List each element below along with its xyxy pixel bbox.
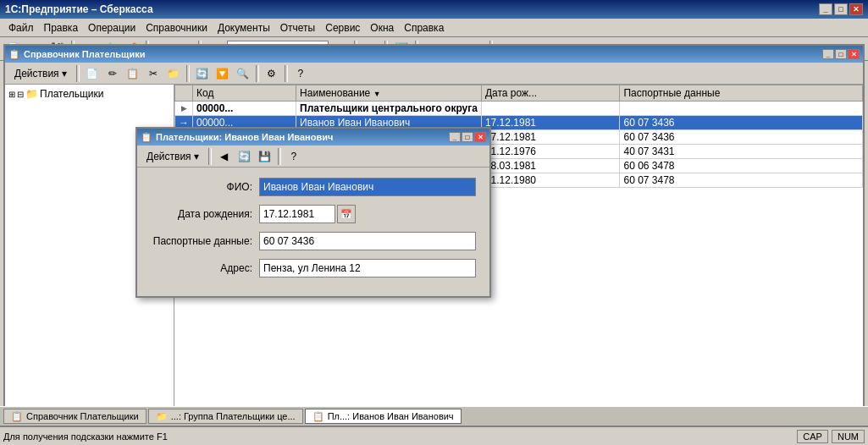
menu-documents[interactable]: Документы bbox=[213, 20, 275, 36]
modal-title-buttons: _ □ ✕ bbox=[449, 132, 486, 142]
row-dob: 01.12.1980 bbox=[481, 173, 620, 188]
menu-service[interactable]: Сервис bbox=[320, 20, 365, 36]
inner-group-button[interactable]: 📁 bbox=[164, 65, 183, 82]
modal-sep-1 bbox=[208, 148, 212, 165]
row-passport bbox=[620, 102, 863, 116]
col-name[interactable]: Наименование ▼ bbox=[296, 85, 482, 102]
inner-title-buttons: _ □ ✕ bbox=[822, 49, 860, 59]
dob-label: Дата рождения: bbox=[151, 208, 252, 220]
menu-references[interactable]: Справочники bbox=[141, 20, 213, 36]
taskbar-icon-1: 📁 bbox=[156, 411, 168, 422]
passport-label: Паспортные данные: bbox=[151, 235, 252, 247]
row-passport: 60 07 3436 bbox=[620, 130, 863, 145]
tree-collapse-icon[interactable]: ⊟ bbox=[17, 90, 24, 99]
inner-sep-1 bbox=[76, 65, 80, 82]
dob-input[interactable] bbox=[259, 205, 335, 223]
address-input[interactable] bbox=[259, 259, 476, 277]
taskbar-item-1[interactable]: 📁 ...: Группа Плательщики це... bbox=[148, 409, 303, 424]
inner-title-bar: 📋 Справочник Плательщики _ □ ✕ bbox=[5, 46, 863, 63]
col-passport[interactable]: Паспортные данные bbox=[620, 85, 863, 102]
menu-windows[interactable]: Окна bbox=[365, 20, 399, 36]
title-bar: 1С:Предприятие – Сберкасса _ □ ✕ bbox=[0, 0, 868, 19]
modal-icon: 📋 bbox=[141, 132, 152, 143]
modal-refresh-button[interactable]: 🔄 bbox=[235, 148, 254, 165]
modal-title-bar: 📋 Плательщики: Иванов Иван Иванович _ □ … bbox=[137, 129, 489, 146]
modal-save-button[interactable]: 💾 bbox=[256, 148, 274, 165]
inner-sep-4 bbox=[285, 65, 288, 82]
menu-file[interactable]: Файл bbox=[3, 20, 39, 36]
inner-edit-button[interactable]: ✏ bbox=[103, 65, 122, 82]
modal-restore-button[interactable]: □ bbox=[462, 132, 473, 142]
minimize-button[interactable]: _ bbox=[819, 3, 832, 15]
passport-input[interactable] bbox=[259, 232, 476, 250]
maximize-button[interactable]: □ bbox=[834, 3, 848, 15]
status-text: Для получения подсказки нажмите F1 bbox=[3, 431, 797, 442]
tree-expand-icon[interactable]: ⊞ bbox=[8, 90, 15, 99]
modal-actions-dropdown[interactable]: Действия ▾ bbox=[141, 148, 205, 165]
inner-close-button[interactable]: ✕ bbox=[848, 49, 860, 59]
close-button[interactable]: ✕ bbox=[849, 3, 863, 15]
inner-help-button[interactable]: ? bbox=[291, 65, 310, 82]
taskbar-icon-2: 📋 bbox=[312, 411, 324, 422]
calendar-button[interactable]: 📅 bbox=[337, 205, 356, 223]
modal-close-button[interactable]: ✕ bbox=[474, 132, 486, 142]
inner-window-title: Справочник Плательщики bbox=[24, 49, 145, 59]
row-code: 00000... bbox=[193, 102, 296, 116]
inner-copy-button[interactable]: 📋 bbox=[124, 65, 142, 82]
dob-row: Дата рождения: 📅 bbox=[151, 205, 476, 223]
taskbar-label-2: Пл...: Иванов Иван Иванович bbox=[328, 411, 454, 421]
cap-badge: CAP bbox=[797, 430, 828, 443]
modal-minimize-button[interactable]: _ bbox=[449, 132, 461, 142]
menu-edit[interactable]: Правка bbox=[39, 20, 84, 36]
modal-back-button[interactable]: ◀ bbox=[215, 148, 234, 165]
inner-window-icon: 📋 bbox=[8, 49, 20, 60]
inner-sep-2 bbox=[186, 65, 190, 82]
taskbar: 📋 Справочник Плательщики 📁 ...: Группа П… bbox=[0, 406, 868, 426]
taskbar-item-2[interactable]: 📋 Пл...: Иванов Иван Иванович bbox=[305, 409, 462, 424]
inner-sep-3 bbox=[256, 65, 259, 82]
dob-field-container: 📅 bbox=[259, 205, 476, 223]
menu-operations[interactable]: Операции bbox=[83, 20, 141, 36]
row-name: Плательщики центрального округа bbox=[296, 102, 482, 116]
app-title: 1С:Предприятие – Сберкасса bbox=[5, 3, 153, 15]
modal-toolbar: Действия ▾ ◀ 🔄 💾 ? bbox=[137, 146, 489, 168]
taskbar-label-1: ...: Группа Плательщики це... bbox=[171, 411, 296, 421]
num-badge: NUM bbox=[832, 430, 865, 443]
col-marker[interactable] bbox=[175, 85, 193, 102]
row-dob: 17.12.1981 bbox=[481, 130, 620, 145]
title-bar-buttons: _ □ ✕ bbox=[819, 3, 863, 15]
inner-settings-button[interactable]: ⚙ bbox=[263, 65, 281, 82]
fio-input[interactable] bbox=[259, 178, 476, 196]
inner-new-button[interactable]: 📄 bbox=[83, 65, 102, 82]
taskbar-item-0[interactable]: 📋 Справочник Плательщики bbox=[3, 409, 147, 424]
tree-root-label[interactable]: Плательщики bbox=[40, 88, 103, 100]
row-dob: 17.12.1981 bbox=[481, 116, 620, 130]
menu-reports[interactable]: Отчеты bbox=[275, 20, 320, 36]
modal-help-button[interactable]: ? bbox=[285, 148, 303, 165]
menu-bar: Файл Правка Операции Справочники Докумен… bbox=[0, 19, 868, 37]
inner-filter-button[interactable]: 🔽 bbox=[213, 65, 232, 82]
status-bar: Для получения подсказки нажмите F1 CAP N… bbox=[0, 426, 868, 445]
status-badges: CAP NUM bbox=[797, 430, 865, 443]
table-row[interactable]: ▸ 00000... Плательщики центрального окру… bbox=[175, 102, 863, 116]
inner-minimize-button[interactable]: _ bbox=[822, 49, 834, 59]
taskbar-label-0: Справочник Плательщики bbox=[26, 411, 139, 421]
taskbar-icon-0: 📋 bbox=[11, 411, 23, 422]
address-row: Адрес: bbox=[151, 259, 476, 277]
row-passport: 60 07 3436 bbox=[620, 116, 863, 130]
modal-title: Плательщики: Иванов Иван Иванович bbox=[156, 132, 333, 142]
col-code[interactable]: Код bbox=[193, 85, 296, 102]
col-dob[interactable]: Дата рож... bbox=[481, 85, 620, 102]
inner-toolbar: Действия ▾ 📄 ✏ 📋 ✂ 📁 🔄 🔽 🔍 ⚙ ? bbox=[5, 63, 863, 85]
inner-search-button[interactable]: 🔍 bbox=[234, 65, 252, 82]
menu-help[interactable]: Справка bbox=[399, 20, 449, 36]
inner-maximize-button[interactable]: □ bbox=[835, 49, 847, 59]
row-marker: ▸ bbox=[175, 102, 193, 116]
inner-refresh-button[interactable]: 🔄 bbox=[193, 65, 212, 82]
row-passport: 60 06 3478 bbox=[620, 159, 863, 173]
passport-row: Паспортные данные: bbox=[151, 232, 476, 250]
modal-dialog: 📋 Плательщики: Иванов Иван Иванович _ □ … bbox=[135, 127, 491, 298]
inner-delete-button[interactable]: ✂ bbox=[144, 65, 163, 82]
modal-sep-2 bbox=[278, 148, 281, 165]
actions-dropdown[interactable]: Действия ▾ bbox=[8, 65, 73, 82]
